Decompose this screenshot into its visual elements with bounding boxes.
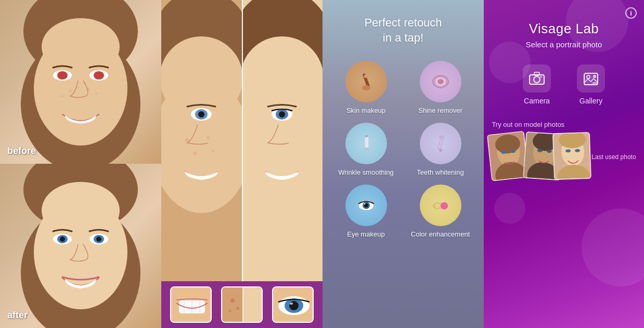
svg-rect-81 xyxy=(534,72,539,75)
svg-point-51 xyxy=(236,307,239,310)
teeth-whitening-label: Teeth whitening xyxy=(417,168,463,176)
eye-makeup-icon-circle xyxy=(345,185,387,226)
model-photo-3[interactable] xyxy=(552,132,591,180)
bottom-thumbnails xyxy=(161,281,323,328)
camera-icon-box xyxy=(523,64,551,93)
svg-point-6 xyxy=(57,71,68,80)
skin-makeup-label: Skin makeup xyxy=(346,107,385,114)
app-options: Camera Gallery xyxy=(523,64,605,105)
gallery-label: Gallery xyxy=(579,97,602,105)
svg-rect-67 xyxy=(365,135,368,137)
svg-point-11 xyxy=(77,86,79,88)
feature-wrinkle-smoothing[interactable]: Wrinkle smoothing xyxy=(333,123,399,176)
svg-rect-65 xyxy=(365,136,369,149)
panel-split-comparison xyxy=(161,0,323,328)
feature-color-enhancement[interactable]: Color enhancement xyxy=(407,185,473,238)
color-enhancement-icon-circle xyxy=(420,185,461,226)
svg-point-78 xyxy=(434,203,441,209)
svg-point-9 xyxy=(69,89,72,93)
before-photo: before xyxy=(0,0,161,164)
feature-shine-remover[interactable]: Shine remover xyxy=(407,61,473,114)
feature-eye-makeup[interactable]: Eye makeup xyxy=(333,185,399,238)
svg-rect-48 xyxy=(222,287,243,323)
panel-before-after: before xyxy=(0,0,161,328)
bokeh-3 xyxy=(582,208,644,286)
svg-point-38 xyxy=(242,36,323,120)
eye-makeup-label: Eye makeup xyxy=(347,230,384,238)
last-used-label: Last used photo xyxy=(591,153,636,161)
svg-point-13 xyxy=(95,93,98,95)
svg-point-32 xyxy=(207,136,210,139)
svg-point-58 xyxy=(290,303,293,305)
shine-remover-icon-circle xyxy=(420,61,461,102)
camera-option[interactable]: Camera xyxy=(523,64,551,105)
svg-point-23 xyxy=(96,237,101,242)
camera-label: Camera xyxy=(524,97,550,105)
svg-point-27 xyxy=(161,36,242,120)
svg-rect-66 xyxy=(364,148,369,151)
svg-point-57 xyxy=(289,301,299,310)
svg-point-60 xyxy=(362,85,370,90)
skin-makeup-icon-circle xyxy=(345,61,387,102)
svg-point-82 xyxy=(540,76,542,78)
panel-app-ui: i Visage Lab Select a portrait photo Cam… xyxy=(484,0,644,328)
model-photos-label: Try out on model photos xyxy=(492,121,636,128)
svg-point-64 xyxy=(437,79,444,84)
feature-skin-makeup[interactable]: Skin makeup xyxy=(333,61,399,114)
svg-rect-49 xyxy=(243,287,263,323)
svg-marker-70 xyxy=(437,149,443,153)
feature-title: Perfect retouch in a tap! xyxy=(364,16,442,45)
thumbnail-eye xyxy=(272,286,314,323)
svg-point-41 xyxy=(279,111,285,117)
teeth-whitening-icon-circle xyxy=(420,123,461,164)
svg-point-12 xyxy=(61,95,64,98)
features-grid: Skin makeup Shine remover xyxy=(323,61,484,238)
app-subtitle: Select a portrait photo xyxy=(526,40,602,49)
thumbnail-teeth xyxy=(170,286,212,323)
bokeh-4 xyxy=(494,193,525,224)
panel-features: Perfect retouch in a tap! Skin makeup xyxy=(323,0,484,328)
svg-point-33 xyxy=(194,152,197,155)
thumbnail-skin xyxy=(221,286,263,323)
gallery-icon-box xyxy=(577,64,605,93)
shine-remover-label: Shine remover xyxy=(418,107,462,114)
svg-point-34 xyxy=(212,150,215,152)
before-label: before xyxy=(7,146,36,156)
svg-point-50 xyxy=(230,298,235,303)
color-enhancement-label: Color enhancement xyxy=(411,230,470,238)
svg-point-8 xyxy=(94,71,104,80)
app-title: Visage Lab xyxy=(529,21,599,37)
svg-point-77 xyxy=(441,202,448,209)
wrinkle-smoothing-label: Wrinkle smoothing xyxy=(338,168,394,176)
svg-point-30 xyxy=(198,111,204,117)
split-divider xyxy=(242,0,243,281)
svg-point-52 xyxy=(229,310,231,312)
svg-point-85 xyxy=(593,75,596,78)
svg-point-75 xyxy=(364,203,365,205)
info-icon[interactable]: i xyxy=(625,7,637,19)
svg-point-20 xyxy=(60,237,65,242)
model-photos-section: Try out on model photos xyxy=(492,121,636,190)
feature-teeth-whitening[interactable]: Teeth whitening xyxy=(407,123,473,176)
gallery-option[interactable]: Gallery xyxy=(577,64,605,105)
after-label: after xyxy=(7,310,28,321)
wrinkle-smoothing-icon-circle xyxy=(345,123,387,164)
after-photo: after xyxy=(0,164,161,328)
